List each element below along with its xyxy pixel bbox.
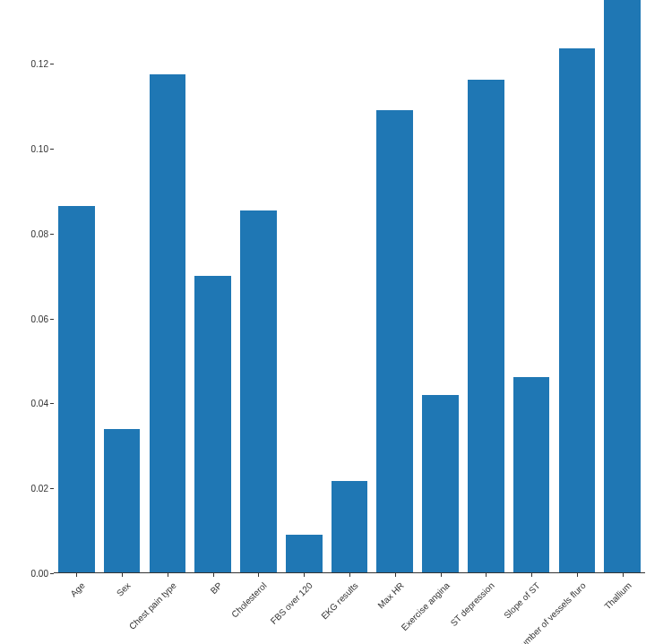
x-tick-mark [623, 573, 624, 577]
bar [194, 276, 231, 573]
bar [513, 377, 550, 573]
x-tick-mark [486, 573, 487, 577]
bar [286, 535, 323, 573]
bar [332, 481, 368, 573]
bar [559, 48, 596, 573]
x-tick-mark [76, 573, 77, 577]
y-axis: 0.000.020.040.060.080.100.12 [0, 0, 54, 573]
x-tick-mark [441, 573, 442, 577]
y-tick-label: 0.06 [31, 313, 48, 323]
y-tick-label: 0.02 [31, 484, 48, 494]
bar [468, 80, 504, 573]
x-tick-mark [213, 573, 214, 577]
y-tick-label: 0.12 [31, 59, 48, 69]
x-tick-mark [168, 573, 168, 577]
x-tick-mark [122, 573, 123, 577]
x-tick-mark [258, 573, 259, 577]
bar [104, 429, 141, 573]
x-tick-mark [395, 573, 396, 577]
bar [422, 395, 459, 573]
bar [240, 210, 277, 573]
y-tick-label: 0.00 [31, 569, 48, 579]
x-tick-mark [304, 573, 305, 577]
y-tick-label: 0.10 [31, 143, 48, 153]
plot-area [54, 0, 645, 573]
bar [150, 74, 186, 573]
bar [376, 110, 413, 573]
x-axis: AgeSexChest pain typeBPCholesterolFBS ov… [54, 573, 645, 644]
y-tick-label: 0.08 [31, 228, 48, 238]
bar [58, 206, 95, 573]
bars-container [54, 0, 645, 573]
y-tick-label: 0.04 [31, 399, 48, 408]
x-tick-mark [531, 573, 532, 577]
x-tick-mark [349, 573, 350, 577]
bar [604, 0, 641, 573]
bar-chart: 0.000.020.040.060.080.100.12 AgeSexChest… [0, 0, 646, 644]
x-tick-mark [577, 573, 578, 577]
